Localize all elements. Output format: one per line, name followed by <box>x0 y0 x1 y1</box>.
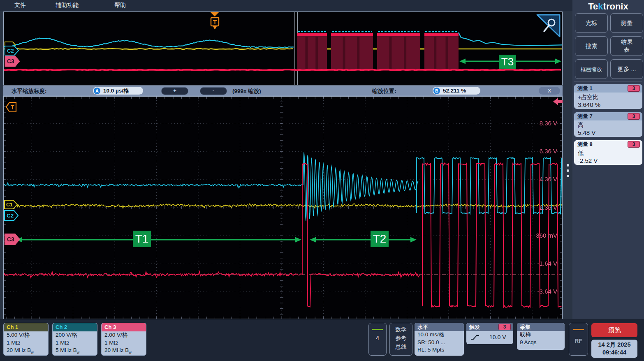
rf-button[interactable]: RF <box>569 323 588 356</box>
handle-dot-icon <box>567 164 569 167</box>
bottom-settings-bar: Ch 1 5.00 V/格 1 MΩ 20 MHz Bw Ch 2 200 V/… <box>0 319 644 361</box>
knob-a-badge: A <box>94 88 100 94</box>
channel1-bandwidth: 20 MHz Bw <box>4 347 48 356</box>
draw-a-box-button[interactable]: 框画缩放 <box>575 59 608 79</box>
datetime-badge[interactable]: 14 2月 2025 09:46:44 <box>591 340 637 358</box>
trigger-arrow-icon <box>210 12 219 16</box>
annotation-t3-label: T3 <box>499 55 516 69</box>
sidebar: Tektronix 光标 测量 搜索 结果 表 框画缩放 更多 ... 测量 1… <box>572 0 644 320</box>
voltage-gridline-label: 6.36 V <box>540 148 557 155</box>
overview-channel2-label[interactable]: C2 <box>5 46 19 56</box>
channel2-bandwidth: 5 MHz Bw <box>53 347 97 356</box>
trigger-position-marker[interactable]: T <box>209 12 220 31</box>
menu-utility[interactable]: 辅助功能 <box>56 2 79 9</box>
channel1-name: Ch 1 <box>4 323 48 331</box>
zoom-magnifier-icon[interactable] <box>536 14 561 38</box>
bw-value: 20 MHz <box>7 347 26 353</box>
measurement-badge-1[interactable]: 测量 1 3 +占空比 3.640 % <box>574 84 642 109</box>
channel1-badge[interactable]: Ch 1 5.00 V/格 1 MΩ 20 MHz Bw <box>3 323 49 356</box>
zoom-close-button[interactable]: X <box>539 87 560 95</box>
channel3-scale: 2.00 V/格 <box>102 331 146 339</box>
date-text: 14 2月 2025 <box>591 341 637 349</box>
zoom-position-value-pill[interactable]: B 52.211 % <box>433 87 480 95</box>
channel1-scale: 5.00 V/格 <box>4 331 48 339</box>
svg-text:C2: C2 <box>7 48 14 54</box>
trigger-level-arrow-icon <box>553 98 563 106</box>
zoom-in-button[interactable]: + <box>161 87 188 95</box>
channel2-badge[interactable]: Ch 2 200 V/格 1 MΩ 5 MHz Bw <box>52 323 97 356</box>
channel1-impedance: 1 MΩ <box>4 339 48 347</box>
time-text: 09:46:44 <box>591 349 637 356</box>
bw-value: 5 MHz <box>56 347 72 353</box>
trigger-source-badge: 3 <box>498 324 511 330</box>
channel3-name: Ch 3 <box>102 323 146 331</box>
measurement-value: 5.48 V <box>578 129 595 136</box>
rising-edge-icon <box>470 334 480 340</box>
oscilloscope-screen: { "menu": {"items": ["文件", "辅助功能", "帮助"]… <box>0 0 644 361</box>
bw-sub: w <box>129 350 132 354</box>
channel3-impedance: 1 MΩ <box>102 339 146 347</box>
overview-channel3-label[interactable]: C3 <box>5 56 20 67</box>
voltage-gridline-label: -3.64 V <box>537 288 557 295</box>
menu-help[interactable]: 帮助 <box>114 2 126 9</box>
measurement-source-badge: 3 <box>628 113 640 120</box>
voltage-gridline-label: 360 mV <box>536 232 557 239</box>
main-waveform-panel: T C1 C2 C3 8.36 V 6.36 V 4.36 V 2.36 V 3… <box>3 96 563 319</box>
math-label: 数学 <box>390 325 412 334</box>
channel1-label[interactable]: C1 <box>4 200 18 209</box>
channel2-impedance: 1 MΩ <box>53 339 97 347</box>
acquisition-badge[interactable]: 采集 取样 9 Acqs <box>517 323 565 350</box>
panel-drag-handle[interactable] <box>564 161 572 180</box>
cursors-button[interactable]: 光标 <box>575 13 608 33</box>
measurement-badge-7[interactable]: 测量 7 3 高 5.48 V <box>574 112 642 137</box>
trigger-badge[interactable]: 触发 3 10.0 V <box>466 323 513 344</box>
rf-label: RF <box>569 338 588 344</box>
tektronix-logo: Tektronix <box>572 1 644 12</box>
handle-dot-icon <box>567 169 569 172</box>
logo-text: tronix <box>603 1 628 12</box>
zoom-scale-value-pill[interactable]: A 10.0 µs/格 <box>93 87 143 95</box>
channel3-bandwidth: 20 MHz Bw <box>102 347 146 356</box>
math-ref-bus-button[interactable]: 数学 参考 总线 <box>389 323 412 356</box>
preview-button[interactable]: 预览 <box>591 323 637 337</box>
voltage-gridline-label: 4.36 V <box>540 176 557 183</box>
search-button[interactable]: 搜索 <box>575 36 608 56</box>
channel3-label[interactable]: C3 <box>4 233 21 245</box>
digital-channel-number: 4 <box>369 334 386 341</box>
channel2-label[interactable]: C2 <box>4 210 19 221</box>
measurement-title: 测量 1 <box>577 85 593 92</box>
logo-k-accent: k <box>598 1 603 12</box>
bw-b: B <box>125 347 129 353</box>
zoom-out-button[interactable]: - <box>200 87 227 95</box>
horizontal-sample-rate: SR: 50.0 ... <box>415 339 464 347</box>
measure-button[interactable]: 测量 <box>610 13 643 33</box>
zoom-control-bar: 水平缩放标度: A 10.0 µs/格 + - (999x 缩放) 缩放位置: … <box>3 86 563 96</box>
results-table-button[interactable]: 结果 表 <box>610 36 643 56</box>
horizontal-record-length: RL: 5 Mpts <box>415 346 464 354</box>
channel3-badge[interactable]: Ch 3 2.00 V/格 1 MΩ 20 MHz Bw <box>101 323 146 356</box>
zoom-factor-label: (999x 缩放) <box>232 88 261 95</box>
measurement-title: 测量 8 <box>577 141 593 148</box>
more-button[interactable]: 更多 ... <box>610 59 643 79</box>
bw-b: B <box>27 347 31 353</box>
trigger-level-flag[interactable]: T <box>5 102 17 113</box>
voltage-gridline-label: 8.36 V <box>540 120 557 127</box>
digital-channel-color-icon <box>372 329 383 330</box>
measurement-value: 3.640 % <box>578 101 600 108</box>
voltage-gridline-label: 2.36 V <box>540 204 557 211</box>
main-waveform-canvas[interactable] <box>4 97 562 319</box>
bw-b: B <box>73 347 77 353</box>
measurement-badge-8[interactable]: 测量 8 3 低 -2.52 V <box>574 140 642 165</box>
horizontal-badge[interactable]: 水平 10.0 ms/格 SR: 50.0 ... RL: 5 Mpts <box>415 323 464 356</box>
svg-text:C3: C3 <box>7 236 14 243</box>
measurement-value: -2.52 V <box>578 157 598 164</box>
zoom-scale-value: 10.0 µs/格 <box>103 87 129 95</box>
digital-channel-button[interactable]: 4 <box>368 323 387 356</box>
menu-bar: 文件 辅助功能 帮助 <box>0 0 572 11</box>
ref-label: 参考 <box>390 334 412 342</box>
measurement-name: 高 <box>578 122 584 129</box>
channel2-name: Ch 2 <box>53 323 97 331</box>
menu-file[interactable]: 文件 <box>14 2 26 9</box>
overview-waveform-canvas[interactable] <box>4 12 562 85</box>
acquisition-title: 采集 <box>520 324 530 331</box>
